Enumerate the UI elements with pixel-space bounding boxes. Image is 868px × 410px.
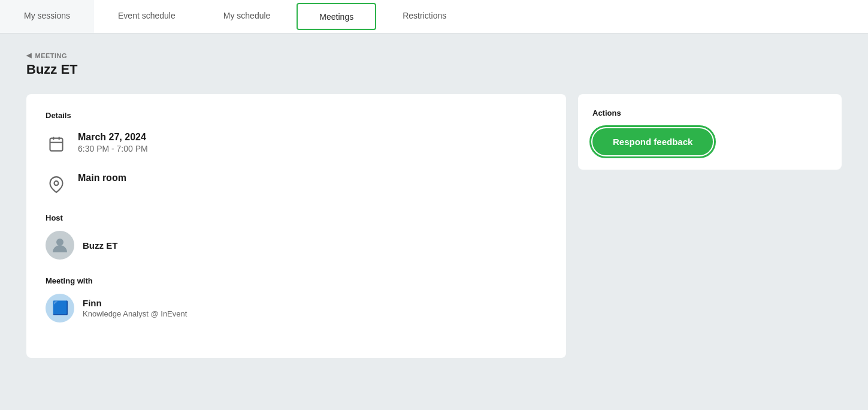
svg-point-5 [56,239,63,246]
meeting-with-row: 🟦 Finn Knowledge Analyst @ InEvent [46,294,547,322]
content-area: Details March 27, 2024 6:30 PM - 7:00 PM [0,82,868,370]
date-time-row: March 27, 2024 6:30 PM - 7:00 PM [46,132,547,155]
svg-point-4 [55,181,59,185]
tab-restrictions[interactable]: Restrictions [379,0,470,33]
host-avatar [46,231,74,260]
details-section-label: Details [46,111,547,120]
breadcrumb-label: MEETING [35,52,68,59]
meeting-with-name: Finn [83,298,187,308]
page-title: Buzz ET [26,62,842,77]
actions-section-label: Actions [592,108,827,117]
breadcrumb[interactable]: ◀ MEETING [26,52,842,59]
meeting-date: March 27, 2024 [78,132,148,143]
location-icon [46,174,67,195]
breadcrumb-section: ◀ MEETING Buzz ET [0,34,868,82]
tab-event-schedule[interactable]: Event schedule [94,0,199,33]
date-time-info: March 27, 2024 6:30 PM - 7:00 PM [78,132,148,153]
actions-card: Actions Respond feedback [578,94,842,170]
tab-my-schedule[interactable]: My schedule [199,0,295,33]
meeting-time: 6:30 PM - 7:00 PM [78,144,148,153]
host-row: Buzz ET [46,231,547,260]
tab-meetings[interactable]: Meetings [297,3,376,30]
location-info: Main room [78,173,126,183]
meeting-with-title: Knowledge Analyst @ InEvent [83,309,187,318]
tab-bar: My sessions Event schedule My schedule M… [0,0,868,34]
finn-avatar: 🟦 [46,294,74,322]
calendar-icon [46,133,67,155]
host-name: Buzz ET [83,240,117,251]
meeting-with-info: Finn Knowledge Analyst @ InEvent [83,298,187,318]
meeting-location: Main room [78,173,126,183]
svg-rect-0 [50,138,63,151]
host-section-label: Host [46,213,547,222]
location-row: Main room [46,173,547,195]
meeting-with-section-label: Meeting with [46,276,547,285]
respond-feedback-button[interactable]: Respond feedback [592,128,713,155]
details-card: Details March 27, 2024 6:30 PM - 7:00 PM [26,94,566,358]
breadcrumb-arrow: ◀ [26,52,32,59]
tab-my-sessions[interactable]: My sessions [0,0,94,33]
